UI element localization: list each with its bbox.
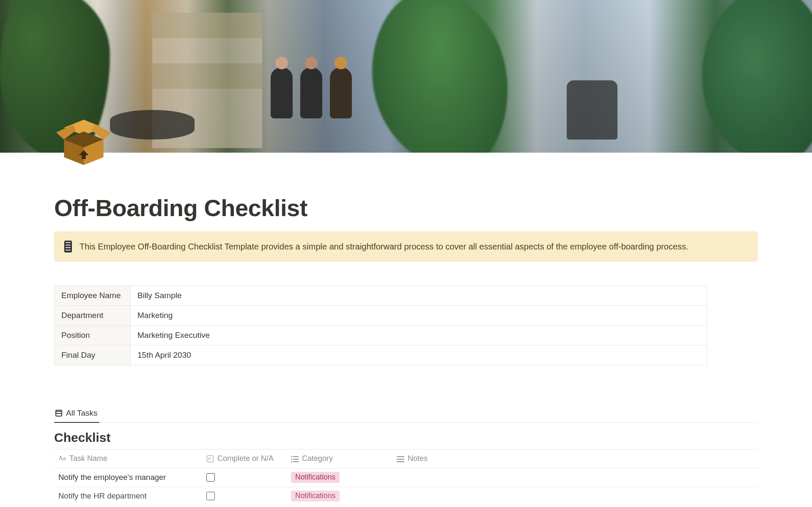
field-value[interactable]: Billy Sample: [131, 285, 707, 305]
table-row[interactable]: Notify the HR department Notifications: [54, 487, 758, 505]
cell-complete[interactable]: [202, 488, 287, 504]
cell-category[interactable]: Notifications: [287, 487, 392, 505]
column-label: Task Name: [69, 454, 107, 463]
column-header-category[interactable]: Category: [287, 451, 392, 466]
table-row: Final Day 15th April 2030: [55, 345, 707, 365]
cell-notes[interactable]: [392, 493, 758, 499]
column-label: Category: [302, 454, 333, 463]
field-label: Department: [55, 305, 131, 325]
employee-info-table: Employee Name Billy Sample Department Ma…: [54, 285, 707, 365]
category-tag: Notifications: [291, 491, 340, 502]
database-title[interactable]: Checklist: [54, 430, 758, 445]
field-label: Final Day: [55, 345, 131, 365]
cell-task-name[interactable]: Notify the employee's manager: [54, 469, 202, 485]
tab-label: All Tasks: [66, 408, 98, 418]
cell-category[interactable]: Notifications: [287, 469, 392, 486]
field-label: Position: [55, 325, 131, 345]
text-property-icon: [397, 455, 404, 463]
cell-complete[interactable]: [202, 470, 287, 485]
checklist-database: All Tasks Checklist Task Name Complete o…: [54, 406, 758, 505]
column-header-task[interactable]: Task Name: [54, 451, 202, 466]
checklist-table: Task Name Complete or N/A Category Notes: [54, 449, 758, 505]
table-row: Department Marketing: [55, 305, 707, 325]
clipboard-icon: [64, 241, 72, 252]
multiselect-property-icon: [291, 455, 299, 463]
field-value[interactable]: Marketing: [131, 305, 707, 325]
table-row: Position Marketing Executive: [55, 325, 707, 345]
field-value[interactable]: 15th April 2030: [131, 345, 707, 365]
field-label: Employee Name: [55, 285, 131, 305]
cell-notes[interactable]: [392, 474, 758, 481]
checkbox-property-icon: [206, 455, 214, 463]
callout-block: This Employee Off-Boarding Checklist Tem…: [54, 231, 758, 262]
column-header-notes[interactable]: Notes: [392, 451, 758, 466]
callout-text: This Employee Off-Boarding Checklist Tem…: [80, 241, 689, 252]
field-value[interactable]: Marketing Executive: [131, 325, 707, 345]
column-header-complete[interactable]: Complete or N/A: [202, 451, 287, 466]
view-tabs: All Tasks: [54, 406, 758, 423]
page-title: Off-Boarding Checklist: [54, 153, 758, 221]
task-name-text: Notify the HR department: [58, 491, 147, 501]
checkbox[interactable]: [206, 473, 215, 482]
table-header-row: Task Name Complete or N/A Category Notes: [54, 449, 758, 468]
table-row[interactable]: Notify the employee's manager Notificati…: [54, 468, 758, 487]
cover-image: [0, 0, 812, 153]
column-label: Notes: [408, 454, 428, 463]
title-property-icon: [58, 455, 66, 463]
cell-task-name[interactable]: Notify the HR department: [54, 488, 202, 504]
checkbox[interactable]: [206, 492, 215, 500]
page-icon-open-box-icon: [54, 111, 113, 170]
column-label: Complete or N/A: [217, 454, 274, 463]
table-row: Employee Name Billy Sample: [55, 285, 707, 305]
table-view-icon: [55, 409, 63, 417]
category-tag: Notifications: [291, 472, 340, 483]
task-name-text: Notify the employee's manager: [58, 473, 166, 482]
tab-all-tasks[interactable]: All Tasks: [54, 406, 99, 423]
